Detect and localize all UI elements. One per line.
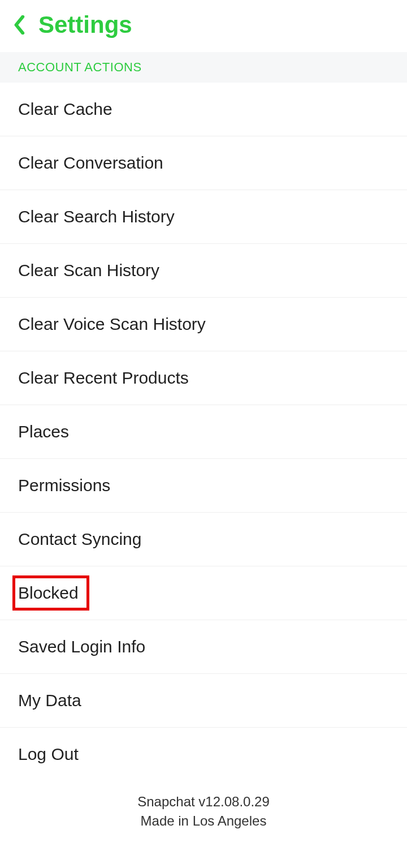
list-item-label: Clear Conversation xyxy=(18,153,163,172)
list-item-saved-login-info[interactable]: Saved Login Info xyxy=(0,620,407,674)
list-item-clear-scan-history[interactable]: Clear Scan History xyxy=(0,244,407,298)
list-item-clear-cache[interactable]: Clear Cache xyxy=(0,83,407,136)
list-item-blocked[interactable]: Blocked xyxy=(0,566,407,620)
list-item-label: Contact Syncing xyxy=(18,530,141,548)
footer-made-in: Made in Los Angeles xyxy=(0,811,407,831)
list-item-clear-voice-scan-history[interactable]: Clear Voice Scan History xyxy=(0,298,407,351)
list-item-label: Clear Cache xyxy=(18,100,112,118)
footer: Snapchat v12.08.0.29 Made in Los Angeles xyxy=(0,781,407,847)
list-item-label: Permissions xyxy=(18,476,110,495)
list-item-contact-syncing[interactable]: Contact Syncing xyxy=(0,513,407,566)
list-item-label: Saved Login Info xyxy=(18,637,145,656)
list-item-clear-search-history[interactable]: Clear Search History xyxy=(0,190,407,244)
list-item-clear-recent-products[interactable]: Clear Recent Products xyxy=(0,351,407,405)
list-item-clear-conversation[interactable]: Clear Conversation xyxy=(0,136,407,190)
list-item-my-data[interactable]: My Data xyxy=(0,674,407,728)
list-item-places[interactable]: Places xyxy=(0,405,407,459)
list-item-permissions[interactable]: Permissions xyxy=(0,459,407,513)
settings-list: Clear Cache Clear Conversation Clear Sea… xyxy=(0,83,407,781)
list-item-label: Blocked xyxy=(18,583,79,602)
header-bar: Settings xyxy=(0,0,407,52)
list-item-label: Clear Search History xyxy=(18,207,175,226)
section-header-account-actions: ACCOUNT ACTIONS xyxy=(0,52,407,83)
list-item-label: Log Out xyxy=(18,745,79,763)
footer-version: Snapchat v12.08.0.29 xyxy=(0,792,407,811)
list-item-label: Places xyxy=(18,422,69,441)
back-chevron-icon[interactable] xyxy=(14,15,26,35)
page-title: Settings xyxy=(38,11,132,38)
list-item-label: Clear Scan History xyxy=(18,261,159,280)
list-item-log-out[interactable]: Log Out xyxy=(0,728,407,781)
list-item-label: Clear Recent Products xyxy=(18,368,189,387)
list-item-label: Clear Voice Scan History xyxy=(18,315,206,333)
list-item-label: My Data xyxy=(18,691,81,710)
